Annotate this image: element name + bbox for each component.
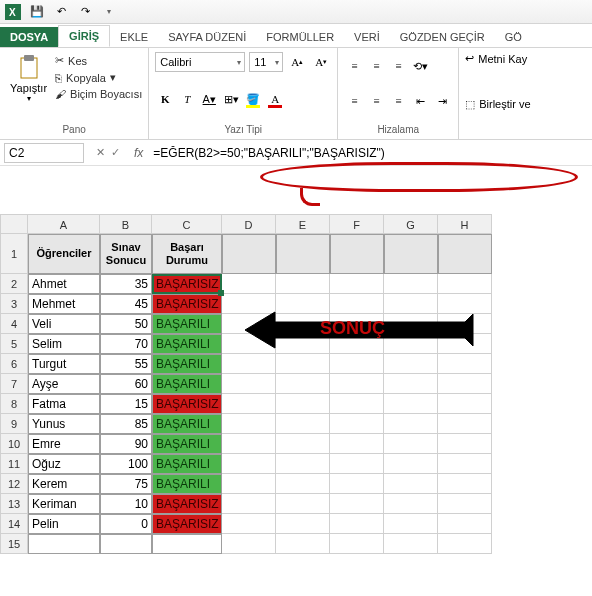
- cell-empty[interactable]: [330, 434, 384, 454]
- cell-empty[interactable]: [438, 494, 492, 514]
- orientation-button[interactable]: ⟲▾: [410, 56, 430, 76]
- cell-score[interactable]: 10: [100, 494, 152, 514]
- tab-gözden geçi̇r[interactable]: GÖZDEN GEÇİR: [390, 27, 495, 47]
- cell-empty[interactable]: [384, 454, 438, 474]
- cell-result[interactable]: BAŞARISIZ: [152, 274, 222, 294]
- cell-result[interactable]: BAŞARILI: [152, 454, 222, 474]
- cell-empty[interactable]: [438, 274, 492, 294]
- grow-font-button[interactable]: A▴: [287, 52, 307, 72]
- tab-sayfa düzeni̇[interactable]: SAYFA DÜZENİ: [158, 27, 256, 47]
- tab-formüller[interactable]: FORMÜLLER: [256, 27, 344, 47]
- header-cell-C[interactable]: Başarı Durumu: [152, 234, 222, 274]
- tab-gi̇ri̇ş[interactable]: GİRİŞ: [58, 25, 110, 47]
- cell-student[interactable]: Selim: [28, 334, 100, 354]
- cell-score[interactable]: 85: [100, 414, 152, 434]
- cell-score[interactable]: 60: [100, 374, 152, 394]
- cell-student[interactable]: Yunus: [28, 414, 100, 434]
- tab-ekle[interactable]: EKLE: [110, 27, 158, 47]
- font-name-combo[interactable]: Calibri: [155, 52, 245, 72]
- tab-veri̇[interactable]: VERİ: [344, 27, 390, 47]
- cell-empty[interactable]: [222, 434, 276, 454]
- cell-empty[interactable]: [384, 534, 438, 554]
- enter-formula-icon[interactable]: ✓: [111, 146, 120, 159]
- cell-result[interactable]: BAŞARISIZ: [152, 494, 222, 514]
- row-header-5[interactable]: 5: [0, 334, 28, 354]
- name-box[interactable]: [4, 143, 84, 163]
- cell-score[interactable]: 50: [100, 314, 152, 334]
- wrap-text-button[interactable]: ↩Metni Kay: [465, 52, 530, 65]
- cell-result[interactable]: BAŞARILI: [152, 374, 222, 394]
- font-color-button[interactable]: A: [265, 89, 285, 109]
- col-header-H[interactable]: H: [438, 214, 492, 234]
- cell-student[interactable]: Pelin: [28, 514, 100, 534]
- align-top-button[interactable]: ≡: [344, 56, 364, 76]
- cell-result[interactable]: BAŞARILI: [152, 314, 222, 334]
- align-middle-button[interactable]: ≡: [366, 56, 386, 76]
- cell-empty[interactable]: [438, 234, 492, 274]
- fx-icon[interactable]: fx: [128, 146, 149, 160]
- copy-button[interactable]: ⎘Kopyala ▾: [55, 69, 142, 86]
- align-right-button[interactable]: ≡: [388, 91, 408, 111]
- cell-empty[interactable]: [384, 514, 438, 534]
- cell-empty[interactable]: [438, 394, 492, 414]
- undo-icon[interactable]: ↶: [52, 3, 70, 21]
- cell-empty[interactable]: [384, 414, 438, 434]
- col-header-D[interactable]: D: [222, 214, 276, 234]
- cell-score[interactable]: 45: [100, 294, 152, 314]
- fill-color-button[interactable]: 🪣: [243, 89, 263, 109]
- cell-empty[interactable]: [384, 334, 438, 354]
- cell-empty[interactable]: [222, 474, 276, 494]
- cell-empty[interactable]: [330, 414, 384, 434]
- cell-student[interactable]: Veli: [28, 314, 100, 334]
- cell-result[interactable]: BAŞARISIZ: [152, 394, 222, 414]
- cell-result[interactable]: BAŞARISIZ: [152, 294, 222, 314]
- cell-empty[interactable]: [330, 274, 384, 294]
- cell-empty[interactable]: [384, 234, 438, 274]
- row-header-9[interactable]: 9: [0, 414, 28, 434]
- cell-empty[interactable]: [330, 514, 384, 534]
- cell-empty[interactable]: [384, 354, 438, 374]
- cell-score[interactable]: 55: [100, 354, 152, 374]
- cell-empty[interactable]: [438, 354, 492, 374]
- cell-score[interactable]: 0: [100, 514, 152, 534]
- underline-button[interactable]: A▾: [199, 89, 219, 109]
- cell-result[interactable]: BAŞARISIZ: [152, 514, 222, 534]
- cell-empty[interactable]: [384, 434, 438, 454]
- cell-empty[interactable]: [222, 274, 276, 294]
- cell-empty[interactable]: [330, 534, 384, 554]
- row-header-7[interactable]: 7: [0, 374, 28, 394]
- cell-empty[interactable]: [276, 394, 330, 414]
- cell-score[interactable]: 100: [100, 454, 152, 474]
- cell-result[interactable]: BAŞARILI: [152, 474, 222, 494]
- cell-empty[interactable]: [222, 314, 276, 334]
- cell-result[interactable]: BAŞARILI: [152, 334, 222, 354]
- save-icon[interactable]: 💾: [28, 3, 46, 21]
- merge-button[interactable]: ⬚Birleştir ve: [465, 98, 530, 111]
- cell-score[interactable]: 35: [100, 274, 152, 294]
- cell-empty[interactable]: [384, 274, 438, 294]
- paste-button[interactable]: Yapıştır ▾: [6, 52, 51, 105]
- cell-student[interactable]: Oğuz: [28, 454, 100, 474]
- cell-empty[interactable]: [438, 294, 492, 314]
- cell-empty[interactable]: [222, 234, 276, 274]
- cell-result[interactable]: BAŞARILI: [152, 434, 222, 454]
- cell-empty[interactable]: [330, 374, 384, 394]
- indent-dec-button[interactable]: ⇤: [410, 91, 430, 111]
- col-header-C[interactable]: C: [152, 214, 222, 234]
- row-header-6[interactable]: 6: [0, 354, 28, 374]
- col-header-F[interactable]: F: [330, 214, 384, 234]
- shrink-font-button[interactable]: A▾: [311, 52, 331, 72]
- header-cell-B[interactable]: Sınav Sonucu: [100, 234, 152, 274]
- cell-empty[interactable]: [438, 514, 492, 534]
- col-header-A[interactable]: A: [28, 214, 100, 234]
- cell-student[interactable]: Fatma: [28, 394, 100, 414]
- cell-score[interactable]: 75: [100, 474, 152, 494]
- cell-empty[interactable]: [276, 374, 330, 394]
- bold-button[interactable]: K: [155, 89, 175, 109]
- row-header-15[interactable]: 15: [0, 534, 28, 554]
- cell-empty[interactable]: [330, 234, 384, 274]
- cell-empty[interactable]: [438, 414, 492, 434]
- cell-empty[interactable]: [438, 534, 492, 554]
- formula-input[interactable]: [149, 144, 592, 162]
- cell-student[interactable]: Mehmet: [28, 294, 100, 314]
